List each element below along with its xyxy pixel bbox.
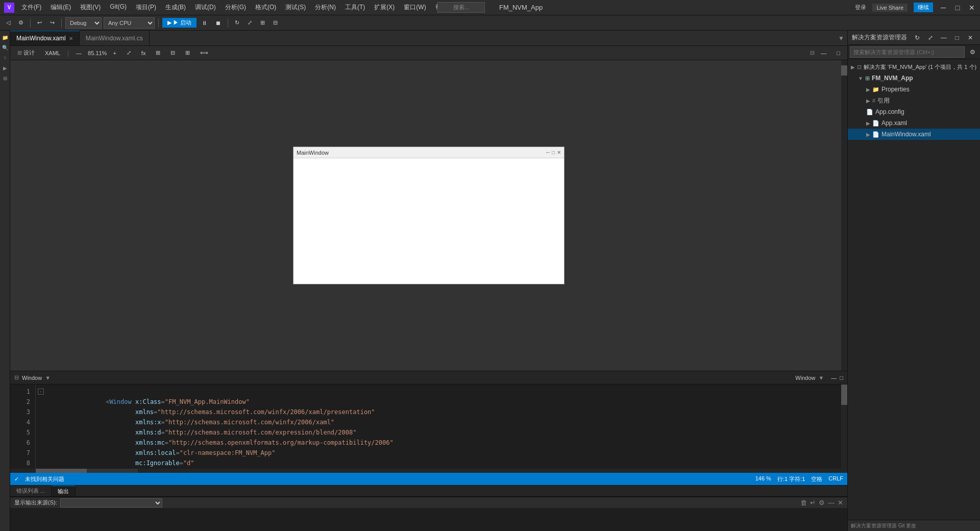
tab-mainwindow-cs[interactable]: MainWindow.xaml.cs <box>80 31 150 45</box>
sidebar-explorer-icon[interactable]: 📁 <box>1 33 10 42</box>
tree-mainwindow-xaml[interactable]: ▶ 📄 MainWindow.xaml <box>848 129 980 140</box>
snap-lines-btn[interactable]: ⟺ <box>196 49 212 57</box>
menu-tools[interactable]: 工具(T) <box>341 2 369 13</box>
minimize-panel-btn[interactable]: — <box>817 49 830 57</box>
search-box-title[interactable]: 搜索... <box>437 2 485 13</box>
zoom-controls-btn[interactable]: fx <box>137 49 150 57</box>
output-clear-btn[interactable]: 🗑 <box>800 499 807 506</box>
tab-list-btn[interactable]: ▼ <box>838 35 844 42</box>
rp-close-btn[interactable]: ✕ <box>965 32 976 43</box>
ruler-btn[interactable]: ⊞ <box>181 49 194 57</box>
code-pane-maximize-btn[interactable]: □ <box>840 375 843 381</box>
tree-project[interactable]: ▼ ⊞ FM_NVM_App <box>848 73 980 84</box>
tab-mainwindow-xaml[interactable]: MainWindow.xaml ✕ <box>10 31 80 45</box>
attr-xmlns: xmlns <box>135 408 154 416</box>
code-content[interactable]: <Window x:Class="FM_NVM_App.MainWindow" … <box>46 384 841 469</box>
errors-tab-label: 错误列表 ... <box>16 487 45 495</box>
tree-app-config[interactable]: 📄 App.config <box>848 106 980 117</box>
menu-view[interactable]: 视图(V) <box>76 2 105 13</box>
stop-btn[interactable]: ⏹ <box>212 19 224 27</box>
view-toolbar: ⊞ 设计 XAML | — 85.11% + ⤢ fx ⊞ ⊟ ⊞ ⟺ ⊟ — … <box>10 46 847 60</box>
rp-sync-btn[interactable]: ⤢ <box>925 32 936 43</box>
menu-test[interactable]: 测试(S) <box>281 2 310 13</box>
code-hscrollbar-thumb[interactable] <box>36 469 87 473</box>
sidebar-run-icon[interactable]: ▶ <box>1 63 10 73</box>
collapse-icon-1: - <box>38 389 44 395</box>
bottom-tab-errors[interactable]: 错误列表 ... <box>10 486 52 496</box>
output-wrap-btn[interactable]: ↵ <box>810 499 816 506</box>
sidebar-source-icon[interactable]: ⑂ <box>1 53 10 62</box>
toolbar-settings-btn[interactable]: ⚙ <box>15 18 27 27</box>
tree-references[interactable]: ▶ # 引用 <box>848 95 980 106</box>
code-vscrollbar[interactable] <box>841 384 847 469</box>
toolbar-extra-3[interactable]: ⊞ <box>257 18 268 27</box>
pause-btn[interactable]: ⏸ <box>199 19 210 27</box>
tree-properties[interactable]: ▶ 📁 Properties <box>848 84 980 95</box>
window-dropdown-label[interactable]: Window <box>22 375 42 381</box>
debug-config-dropdown[interactable]: Debug Release <box>65 17 102 29</box>
zoom-in-btn[interactable]: + <box>109 49 120 57</box>
maximize-panel-btn[interactable]: □ <box>832 49 844 57</box>
code-vscrollbar-thumb[interactable] <box>841 384 847 405</box>
menu-project[interactable]: 项目(P) <box>132 2 160 13</box>
code-hscrollbar-track[interactable] <box>36 469 138 473</box>
menu-analyze[interactable]: 分析(G) <box>221 2 250 13</box>
preview-close-icon: ✕ <box>557 150 561 155</box>
close-btn[interactable]: ✕ <box>968 4 976 12</box>
toolbar-back-btn[interactable]: ◁ <box>3 18 13 27</box>
rp-minimize-btn[interactable]: □ <box>951 32 963 43</box>
output-minimize-btn[interactable]: — <box>828 499 835 506</box>
undo-btn[interactable]: ↩ <box>34 18 45 27</box>
window-dropdown-2-label[interactable]: Window <box>795 375 815 381</box>
solution-search-input[interactable] <box>850 46 965 58</box>
toolbar-extra-2[interactable]: ⤢ <box>244 18 255 27</box>
tab-xaml-close-icon[interactable]: ✕ <box>69 36 73 41</box>
register-btn[interactable]: 继续 <box>914 3 933 12</box>
collapse-1[interactable]: - <box>36 387 46 397</box>
code-pane-minimize-btn[interactable]: — <box>831 375 837 381</box>
toolbar-extra-1[interactable]: ↻ <box>232 18 242 27</box>
menu-extensions[interactable]: 扩展(X) <box>370 2 399 13</box>
output-source-select[interactable] <box>60 498 162 508</box>
live-share-btn[interactable]: Live Share <box>872 4 908 12</box>
fit-page-btn[interactable]: ⤢ <box>122 49 135 57</box>
run-btn[interactable]: ▶ ▶ 启动 <box>162 18 197 28</box>
bottom-tab-output[interactable]: 输出 <box>52 486 76 496</box>
tree-solution[interactable]: ▶ ⊡ 解决方案 'FM_NVM_App' (1 个项目，共 1 个) <box>848 61 980 73</box>
app-xaml-icon: 📄 <box>872 120 879 127</box>
grid-btn[interactable]: ⊞ <box>152 49 164 57</box>
rp-refresh-btn[interactable]: ↻ <box>912 32 923 43</box>
menu-file[interactable]: 文件(F) <box>17 2 45 13</box>
platform-dropdown[interactable]: Any CPU x86 x64 <box>104 17 155 29</box>
output-settings-btn[interactable]: ⚙ <box>819 499 825 506</box>
menu-analyze2[interactable]: 分析(N) <box>311 2 340 13</box>
menu-format[interactable]: 格式(O) <box>251 2 280 13</box>
menu-git[interactable]: Git(G) <box>106 2 131 13</box>
right-panel-title: 解决方案资源管理器 <box>852 33 907 42</box>
rp-collapse-btn[interactable]: — <box>938 32 949 43</box>
design-view-btn[interactable]: ⊞ 设计 <box>13 48 39 58</box>
output-close-btn[interactable]: ✕ <box>838 499 843 506</box>
canvas-scrollbar-thumb[interactable] <box>841 65 847 76</box>
rp-settings-btn[interactable]: ⚙ <box>967 46 978 58</box>
snap-btn[interactable]: ⊟ <box>166 49 179 57</box>
no-issues-text: 未找到相关问题 <box>25 475 64 483</box>
code-editor[interactable]: 1 2 3 4 5 6 7 8 - <box>10 384 847 469</box>
maximize-btn[interactable]: □ <box>953 4 962 12</box>
tree-app-xaml[interactable]: ▶ 📄 App.xaml <box>848 117 980 129</box>
menu-edit[interactable]: 编辑(E) <box>46 2 75 13</box>
minimize-btn[interactable]: ─ <box>939 4 947 12</box>
menu-debug[interactable]: 调试(D) <box>191 2 220 13</box>
sidebar-extensions-icon[interactable]: ⊞ <box>1 74 10 83</box>
canvas-scrollbar[interactable] <box>841 60 847 371</box>
toolbar-extra-4[interactable]: ⊟ <box>270 18 281 27</box>
xaml-view-btn[interactable]: XAML <box>41 49 64 57</box>
git-status-bar: 解决方案资源管理器 Git 更改 <box>848 520 980 531</box>
output-tab-label: 输出 <box>58 488 69 495</box>
login-text[interactable]: 登录 <box>855 4 866 11</box>
redo-btn[interactable]: ↪ <box>47 18 58 27</box>
zoom-out-btn[interactable]: — <box>72 49 86 57</box>
sidebar-search-icon[interactable]: 🔍 <box>1 43 10 52</box>
menu-build[interactable]: 生成(B) <box>161 2 190 13</box>
menu-window[interactable]: 窗口(W) <box>400 2 430 13</box>
